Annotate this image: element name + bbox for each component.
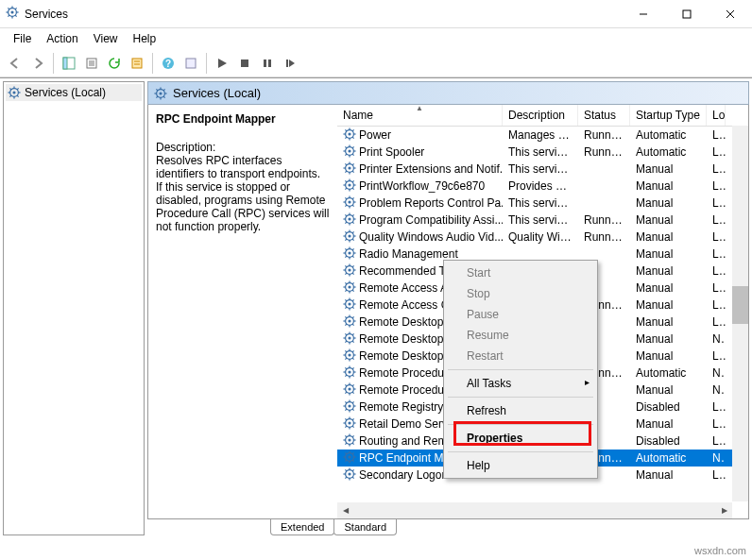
menu-help[interactable]: Help (126, 30, 164, 47)
menu-action[interactable]: Action (39, 30, 85, 47)
service-row[interactable]: Printer Extensions and Notif...This serv… (337, 161, 748, 178)
service-name: Routing and Remot (359, 434, 456, 448)
show-hide-tree-button[interactable] (59, 53, 79, 74)
svg-rect-25 (186, 59, 196, 68)
service-name: Printer Extensions and Notif... (359, 162, 503, 176)
service-logon: Lo (707, 195, 726, 211)
service-name: Print Spooler (359, 145, 424, 159)
col-description[interactable]: Description (503, 105, 578, 126)
service-startup: Manual (630, 263, 707, 279)
ctx-stop[interactable]: Stop (446, 283, 595, 304)
ctx-properties[interactable]: Properties (446, 428, 595, 449)
svg-rect-29 (286, 59, 288, 67)
service-icon (343, 314, 356, 331)
detail-panel: RPC Endpoint Mapper Description: Resolve… (148, 105, 337, 518)
col-startup[interactable]: Startup Type (630, 105, 707, 126)
maximize-button[interactable] (665, 0, 709, 28)
help-button[interactable]: ? (158, 53, 179, 74)
horizontal-scrollbar[interactable]: ◀ ▶ (337, 502, 732, 518)
service-icon (343, 382, 356, 399)
ctx-start[interactable]: Start (446, 263, 595, 283)
help-topics-button[interactable] (180, 53, 201, 74)
service-icon (343, 212, 356, 229)
refresh-button[interactable] (104, 53, 125, 74)
service-logon: Lo (707, 246, 726, 262)
scrollbar-thumb[interactable] (732, 286, 748, 324)
tree-panel: Services (Local) (3, 81, 145, 535)
ctx-sep (448, 369, 593, 370)
service-logon: Lo (707, 263, 726, 279)
service-logon: Lo (707, 229, 726, 245)
detail-title: RPC Endpoint Mapper (156, 112, 330, 126)
service-startup: Automatic (630, 144, 707, 160)
pause-service-button[interactable] (257, 53, 278, 74)
service-row[interactable]: PrintWorkflow_79c6e870Provides su...Manu… (337, 178, 748, 195)
svg-rect-27 (264, 59, 266, 67)
column-headers: Name▲ Description Status Startup Type Lo (337, 105, 748, 127)
close-button[interactable] (709, 0, 752, 28)
start-service-button[interactable] (212, 53, 232, 74)
watermark: wsxdn.com (694, 545, 746, 556)
tab-extended[interactable]: Extended (270, 519, 334, 535)
ctx-resume[interactable]: Resume (446, 325, 595, 346)
service-logon: Lo (707, 416, 726, 432)
service-icon (343, 263, 356, 280)
menu-file[interactable]: File (6, 30, 39, 47)
detail-desc-label: Description: (156, 141, 330, 154)
service-row[interactable]: Quality Windows Audio Vid...Quality Win.… (337, 229, 748, 246)
context-menu: Start Stop Pause Resume Restart All Task… (443, 260, 598, 479)
hscroll-left-icon[interactable]: ◀ (337, 502, 353, 518)
service-logon: Lo (707, 433, 726, 449)
tree-root-label: Services (Local) (25, 86, 106, 99)
service-icon (343, 229, 356, 246)
col-name[interactable]: Name▲ (337, 105, 503, 126)
menu-view[interactable]: View (86, 30, 126, 47)
service-row[interactable]: Problem Reports Control Pa...This servic… (337, 195, 748, 212)
service-startup: Manual (630, 280, 707, 296)
ctx-help[interactable]: Help (446, 455, 595, 476)
service-status (578, 202, 630, 204)
ctx-pause[interactable]: Pause (446, 304, 595, 325)
service-startup: Disabled (630, 433, 707, 449)
ctx-restart[interactable]: Restart (446, 346, 595, 366)
service-status: Running (578, 127, 630, 143)
service-logon: Lo (707, 178, 726, 194)
service-status: Running (578, 229, 630, 245)
col-status[interactable]: Status (578, 105, 630, 126)
vertical-scrollbar[interactable] (732, 126, 748, 501)
back-button[interactable] (5, 53, 26, 74)
panel-header-label: Services (Local) (173, 86, 261, 100)
col-logon[interactable]: Lo (707, 105, 726, 126)
service-row[interactable]: Program Compatibility Assi...This servic… (337, 212, 748, 229)
service-logon: Ne (707, 331, 726, 347)
service-name: Recommended Tro (359, 264, 455, 278)
service-row[interactable]: Print SpoolerThis service ...RunningAuto… (337, 144, 748, 161)
export-list-button[interactable] (81, 53, 102, 74)
service-startup: Manual (630, 229, 707, 245)
tab-standard[interactable]: Standard (333, 519, 397, 535)
ctx-all-tasks[interactable]: All Tasks (446, 373, 595, 394)
forward-button[interactable] (27, 53, 48, 74)
service-status (578, 168, 630, 170)
service-name: Remote Access Co (359, 298, 455, 312)
service-logon: Ne (707, 365, 726, 381)
svg-rect-26 (241, 59, 248, 67)
service-logon: Lo (707, 467, 726, 483)
stop-service-button[interactable] (234, 53, 255, 74)
hscroll-right-icon[interactable]: ▶ (716, 502, 732, 518)
service-name: Quality Windows Audio Vid... (359, 230, 503, 244)
properties-button[interactable] (127, 53, 147, 74)
restart-service-button[interactable] (280, 53, 300, 74)
service-desc: Provides su... (503, 178, 578, 194)
ctx-refresh[interactable]: Refresh (446, 400, 595, 421)
service-startup: Disabled (630, 399, 707, 415)
service-row[interactable]: PowerManages p...RunningAutomaticLo (337, 127, 748, 144)
service-name: Remote Procedure (359, 366, 454, 380)
service-startup: Manual (630, 212, 707, 228)
tree-root[interactable]: Services (Local) (6, 84, 142, 101)
service-logon: Ne (707, 450, 726, 466)
service-icon (343, 178, 356, 195)
service-name: Remote Registry (359, 400, 443, 414)
service-startup: Automatic (630, 365, 707, 381)
minimize-button[interactable] (622, 0, 665, 28)
